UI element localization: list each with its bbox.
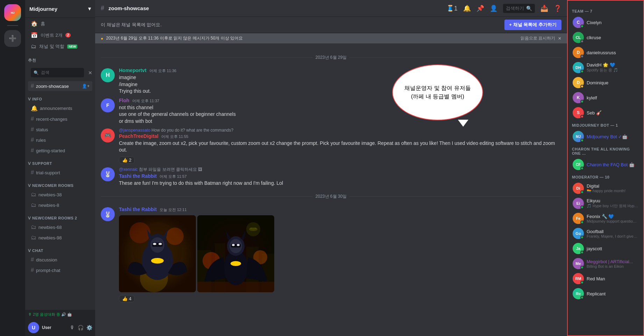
channel-header-name: zoom-showcase (108, 5, 149, 11)
name-dominique: Dominique (587, 80, 638, 85)
nav-home[interactable]: 🏠 홈 (28, 18, 92, 29)
unread-icon: ● (101, 36, 103, 41)
mention-xennaic[interactable]: @xennaic (119, 167, 138, 172)
timestamp-tashi-1: 어제 오후 11:57 (160, 174, 187, 179)
server-sidebar: MJ ➕ (0, 0, 25, 336)
add-channel-button[interactable]: + 채널 목록에 추가하기 (504, 20, 561, 30)
inbox-icon[interactable]: 📥 (540, 5, 548, 12)
channel-newbies-8[interactable]: 🗂 newbies-8 (28, 200, 92, 210)
channel-announcements[interactable]: 🔔 announcements (28, 103, 92, 113)
mute-icon[interactable]: 🔔 (463, 5, 471, 12)
close-unread-icon[interactable]: ✕ (558, 36, 561, 41)
channel-hash-icon: 🗂 (31, 202, 36, 208)
channel-zoom-showcase[interactable]: # zoom-showcase 👤+ (28, 81, 92, 91)
batman-image-2[interactable] (197, 215, 274, 292)
member-midjourney-bot[interactable]: MJ Midjourney Bot ✓🤖 (571, 129, 641, 144)
settings-icon[interactable]: ⚙️ (86, 325, 92, 330)
members-icon[interactable]: 👤 (490, 5, 497, 12)
member-red-man[interactable]: RM Red Man (571, 271, 641, 286)
member-kylelf[interactable]: K kylelf (571, 90, 641, 105)
search-placeholder: 검색 (41, 70, 49, 76)
nav-events[interactable]: 📅 이벤트 2개 2 (28, 30, 92, 41)
member-cixelyn[interactable]: C Cixelyn (571, 15, 641, 30)
member-meggirbot[interactable]: Me Meggirbot | ARTificial... Billing Bot… (571, 256, 641, 271)
msg-content-tashi-1: @xennaic 첨부 파일을 보려면 클릭하세요 🖼 Tashi the Ra… (119, 167, 561, 187)
search-bar[interactable]: 검색하기 🔍 (503, 4, 535, 13)
member-seb[interactable]: S Seb 🎸 (571, 105, 641, 120)
channel-discussion[interactable]: # discussion (28, 255, 92, 265)
member-feonix[interactable]: Fe Feonix 🔧 💙 Midjourney support questio… (571, 211, 641, 226)
pin-icon[interactable]: 📌 (476, 5, 484, 12)
msg-content-homeportvt: Homeportvt 어제 오후 11:36 imagine /imagine … (119, 68, 561, 95)
channel-hash-icon: 🗂 (31, 224, 36, 230)
voice-status-text: 🎙 2명 음성대화 중 🔊 🤖 (28, 312, 72, 317)
channel-recent-changes[interactable]: # recent-changes (28, 114, 92, 124)
reaction-thumbsup-tashi[interactable]: 👍 4 (119, 295, 135, 302)
close-recommended-icon[interactable]: ✕ (88, 70, 92, 76)
mention-text-peachtreedigital: How do you do it? what are the commands? (151, 128, 233, 133)
batman-images (119, 215, 561, 292)
activity-feonix: Midjourney support questions... (587, 219, 638, 223)
channel-name-rules: rules (36, 138, 46, 143)
avatar-floh: F (101, 98, 115, 112)
avatar-davidh: DH (573, 62, 584, 73)
status-midjourney-bot (580, 139, 584, 142)
voice-status-bar: 🎙 2명 음성대화 중 🔊 🤖 (25, 310, 95, 319)
username-tashi-1: Tashi the Rabbit (119, 173, 157, 179)
msg-text-homeportvt-2: /imagine (119, 81, 561, 88)
speech-bubble: 채널운영자 및 참여 유저들 (까페 내 등급별 멤버) (392, 64, 483, 120)
channel-name-recent-changes: recent-changes (36, 117, 68, 122)
headphones-icon[interactable]: 🎧 (78, 325, 84, 330)
name-cixelyn: Cixelyn (587, 20, 638, 25)
channel-trial-support[interactable]: # trial-support (28, 168, 92, 177)
member-eikyuu[interactable]: Ei Eikyuu 🎵 Hype boy 너만 원해 Hype ... (571, 196, 641, 211)
channel-name-announcements: announcements (40, 106, 72, 111)
member-davidh[interactable]: DH DavidH 🌟 💙 Spotify 듣는 중 🎵 (571, 60, 641, 75)
name-replicant: Replicant (587, 291, 638, 296)
channel-newbies-38[interactable]: 🗂 newbies-38 (28, 190, 92, 200)
server-header[interactable]: Midjourney ▾ (25, 0, 95, 18)
member-digital[interactable]: Di Digital 🏳️‍🌈 happy pride month! (571, 181, 641, 196)
search-icon: 🔍 (526, 6, 532, 11)
member-goofball[interactable]: Go Goofball Frankly, Majere, I don't giv… (571, 226, 641, 241)
reaction-thumbsup-peachtreedigital[interactable]: 👍 2 (119, 156, 135, 164)
msg-header-tashi-2: Tashi the Rabbit 오늘 오전 12:11 (119, 206, 561, 212)
member-replicant[interactable]: Re Replicant (571, 286, 641, 301)
threads-icon[interactable]: 🧵1 (446, 5, 458, 12)
channel-newbies-68[interactable]: 🗂 newbies-68 (28, 222, 92, 232)
member-charon-bot[interactable]: CF Charon the FAQ Bot 🤖 (571, 157, 641, 172)
date-divider-2: 2023년 6월 30일 (101, 194, 561, 200)
msg-reply-peachtreedigital: @janspenassato How do you do it? what ar… (119, 128, 561, 133)
reaction-tashi-2[interactable]: 👍 4 (119, 294, 561, 302)
channel-prompt-chat[interactable]: # prompt-chat (28, 265, 92, 275)
channel-status[interactable]: # status (28, 125, 92, 134)
member-danielrussruss[interactable]: D danielrussruss (571, 45, 641, 60)
name-goofball: Goofball (587, 229, 638, 234)
batman-image-1[interactable] (119, 215, 196, 292)
reaction-peachtreedigital[interactable]: 👍 2 (119, 155, 561, 164)
channel-rules[interactable]: # rules (28, 135, 92, 145)
info-midjourney-bot: Midjourney Bot ✓🤖 (587, 134, 638, 139)
member-dominique[interactable]: D Dominique (571, 75, 641, 90)
channel-search[interactable]: 🔍 검색 (31, 68, 84, 77)
mention-janspenassato[interactable]: @janspenassato (119, 128, 150, 133)
username-tashi-2: Tashi the Rabbit (119, 206, 157, 212)
help-icon[interactable]: ❓ (554, 5, 561, 12)
channel-newbies-98[interactable]: 🗂 newbies-98 (28, 233, 92, 243)
member-clkruse[interactable]: CL clkruse (571, 30, 641, 45)
mark-read-btn[interactable]: 읽음으로 표시하기 (521, 35, 555, 41)
messages-area[interactable]: 2023년 6월 29일 H Homeportvt 어제 오후 11:36 im… (95, 43, 567, 336)
search-text: 검색하기 (506, 5, 524, 12)
activity-eikyuu: 🎵 Hype boy 너만 원해 Hype ... (587, 203, 638, 209)
info-davidh: DavidH 🌟 💙 Spotify 듣는 중 🎵 (587, 62, 638, 73)
member-jayscott[interactable]: Ja jayscott (571, 241, 641, 256)
channel-header: # zoom-showcase 🧵1 🔔 📌 👤 검색하기 🔍 📥 ❓ (95, 0, 567, 17)
avatar-charon-bot: CF (573, 159, 584, 170)
server-icon-other[interactable]: ➕ (4, 30, 21, 47)
add-member-icon[interactable]: 👤+ (82, 84, 90, 89)
mic-icon[interactable]: 🎙 (70, 325, 75, 330)
nav-channels[interactable]: 🗂 채널 및 역할 NEW (28, 41, 92, 52)
channel-getting-started[interactable]: # getting-started (28, 146, 92, 155)
nav-channels-label: 채널 및 역할 (39, 43, 64, 50)
server-icon-midjourney[interactable]: MJ (4, 4, 21, 21)
